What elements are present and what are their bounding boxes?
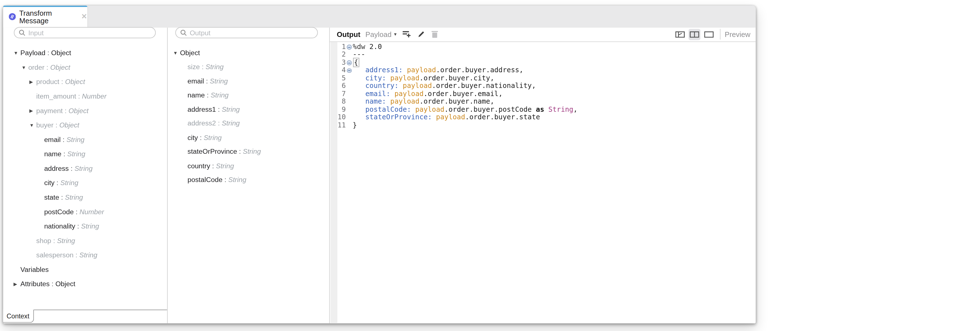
tree-node-separator: :: [237, 148, 243, 156]
tree-row-payment[interactable]: ▶payment : Object: [3, 103, 166, 118]
output-target-selector[interactable]: Payload ▾: [365, 30, 396, 38]
token-pay: payload: [415, 105, 444, 113]
view-mode-split-button[interactable]: [688, 29, 700, 40]
code-text: }: [353, 121, 357, 129]
tree-row-city[interactable]: city : String: [167, 130, 328, 144]
tree-row-product[interactable]: ▶product : Object: [3, 75, 166, 89]
tree-node-separator: :: [216, 119, 222, 127]
expand-arrow-down-icon[interactable]: ▼: [13, 50, 21, 56]
collapse-minus-icon[interactable]: [347, 60, 352, 65]
fold-icon[interactable]: [346, 43, 353, 51]
tree-node-type: String: [57, 237, 75, 244]
dataweave-code-editor[interactable]: 1%dw 2.02---3{4address1: payload.order.b…: [329, 43, 755, 129]
tree-row-salesperson[interactable]: salesperson : String: [3, 248, 166, 263]
tree-node-type: String: [216, 162, 234, 169]
tree-row-name[interactable]: name : String: [3, 147, 166, 161]
token-pay: payload: [395, 90, 423, 98]
fold-spacer: [346, 114, 353, 121]
tree-row-order[interactable]: ▼order : Object: [3, 60, 166, 75]
expand-arrow-right-icon[interactable]: ▶: [13, 281, 21, 286]
preview-toggle[interactable]: Preview: [725, 30, 751, 38]
tree-row-nationality[interactable]: nationality : String: [3, 219, 166, 233]
editor-header: Output Payload ▾: [329, 28, 755, 41]
tree-row-shop[interactable]: shop : String: [3, 233, 166, 248]
context-drawer-edge[interactable]: [34, 309, 167, 310]
tree-row-email[interactable]: email : String: [167, 74, 328, 88]
tree-node-separator: :: [68, 164, 75, 172]
tab-transform-message[interactable]: Transform Message ✕: [3, 6, 88, 27]
tree-row-address[interactable]: address : String: [3, 161, 166, 175]
delete-target-button[interactable]: [431, 30, 439, 38]
code-line: 1%dw 2.0: [329, 43, 755, 51]
tree-row-item_amount[interactable]: item_amount : Number: [3, 89, 166, 103]
tree-row-country[interactable]: country : String: [167, 159, 328, 172]
input-searchbox[interactable]: [14, 27, 156, 38]
view-mode-code-button[interactable]: [703, 29, 715, 40]
view-mode-graphical-button[interactable]: [674, 29, 686, 40]
tree-row-address1[interactable]: address1 : String: [167, 102, 328, 116]
token-d: .order.buyer.email,: [423, 90, 503, 98]
collapse-minus-icon[interactable]: [347, 45, 352, 49]
expand-arrow-down-icon[interactable]: ▼: [29, 123, 37, 128]
output-search-field[interactable]: [190, 29, 312, 37]
tree-node-type: String: [211, 91, 229, 99]
add-target-button[interactable]: [402, 30, 412, 38]
tree-row-Payload[interactable]: ▼Payload : Object: [3, 46, 166, 60]
line-number: 4: [329, 67, 346, 75]
tree-node-type: Object: [56, 280, 75, 288]
expand-arrow-right-icon[interactable]: ▶: [29, 108, 37, 113]
context-tab[interactable]: Context: [3, 309, 34, 323]
tree-node-label: city: [188, 134, 198, 141]
tree-row-Object[interactable]: ▼Object: [167, 46, 328, 60]
arrow-spacer: [181, 66, 188, 67]
editor-header-separator: [329, 41, 755, 42]
tree-row-state[interactable]: state : String: [3, 190, 166, 204]
arrow-spacer: [37, 197, 44, 197]
expand-arrow-right-icon[interactable]: ▶: [29, 79, 37, 84]
output-searchbox[interactable]: [175, 27, 318, 38]
tree-row-stateOrProvince[interactable]: stateOrProvince : String: [167, 145, 328, 159]
token-d: .order.buyer.city,: [419, 74, 494, 82]
token-key: city:: [365, 74, 386, 82]
tree-row-size[interactable]: size : String: [167, 60, 328, 74]
code-line: 4address1: payload.order.buyer.address,: [329, 67, 755, 75]
tree-node-separator: :: [216, 105, 222, 113]
tree-row-email[interactable]: email : String: [3, 132, 166, 147]
arrow-spacer: [29, 240, 37, 241]
panel-divider-input-output[interactable]: [167, 28, 167, 323]
tree-row-address2[interactable]: address2 : String: [167, 116, 328, 130]
close-icon[interactable]: ✕: [81, 13, 87, 20]
collapse-minus-icon[interactable]: [347, 68, 352, 73]
expand-arrow-down-icon[interactable]: ▼: [21, 64, 28, 70]
tree-node-label: city: [44, 179, 55, 186]
tree-row-postalCode[interactable]: postalCode : String: [167, 173, 328, 187]
tree-node-label: Variables: [21, 266, 49, 273]
tree-node-separator: :: [74, 208, 80, 215]
input-search-field[interactable]: [28, 29, 150, 37]
token-pay: payload: [390, 97, 419, 105]
arrow-spacer: [37, 153, 44, 154]
search-icon: [180, 29, 188, 36]
tree-node-type: Object: [68, 107, 89, 114]
tree-row-postCode[interactable]: postCode : Number: [3, 204, 166, 219]
edit-target-button[interactable]: [417, 30, 425, 38]
fold-icon[interactable]: [346, 67, 353, 75]
tree-row-Variables[interactable]: Variables: [3, 262, 166, 277]
fold-spacer: [346, 82, 353, 90]
header-divider: [720, 29, 720, 40]
fold-icon[interactable]: [346, 59, 353, 67]
tree-node-label: country: [188, 162, 210, 169]
tree-row-name[interactable]: name : String: [167, 88, 328, 102]
tree-node-separator: :: [45, 49, 51, 57]
tree-node-type: String: [79, 251, 97, 259]
line-number: 2: [329, 51, 346, 59]
tree-node-label: address2: [188, 119, 216, 127]
expand-arrow-down-icon[interactable]: ▼: [173, 50, 180, 55]
tree-row-city[interactable]: city : String: [3, 175, 166, 190]
tab-title: Transform Message: [19, 9, 74, 24]
tree-node-separator: :: [49, 280, 56, 288]
token-d: .order.buyer.nationality,: [432, 82, 536, 90]
tree-node-type: String: [60, 179, 78, 186]
tree-row-buyer[interactable]: ▼buyer : Object: [3, 118, 166, 132]
tree-row-Attributes[interactable]: ▶Attributes : Object: [3, 277, 166, 291]
